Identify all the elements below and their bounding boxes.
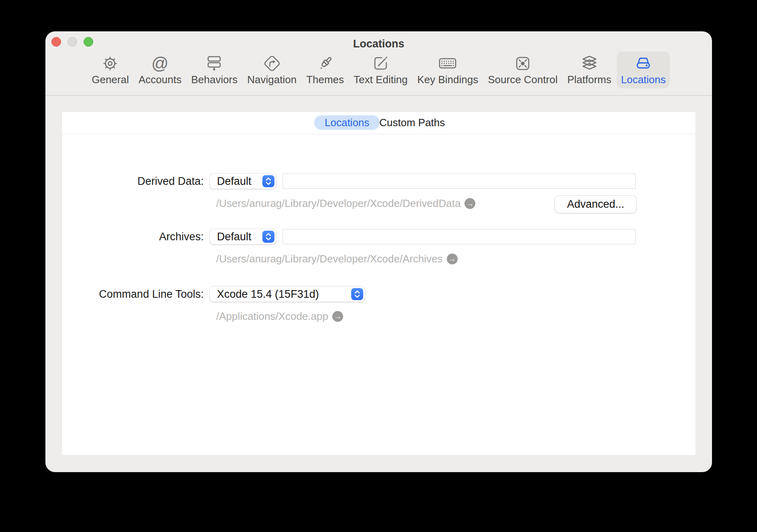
tab-label: Behaviors — [191, 74, 238, 86]
segment-locations[interactable]: Locations — [314, 115, 380, 130]
derived-data-path: /Users/anurag/Library/Developer/Xcode/De… — [216, 197, 460, 210]
tab-label: Navigation — [247, 74, 297, 86]
tab-behaviors[interactable]: Behaviors — [187, 51, 242, 88]
tab-label: Text Editing — [354, 74, 407, 86]
tab-source-control[interactable]: Source Control — [484, 51, 561, 88]
segment-custom-paths[interactable]: Custom Paths — [376, 115, 448, 130]
updown-chevron-icon — [351, 288, 363, 300]
tab-navigation[interactable]: Navigation — [243, 51, 301, 88]
tab-platforms[interactable]: Platforms — [563, 51, 616, 88]
updown-chevron-icon — [262, 231, 274, 243]
archives-popup[interactable]: Default — [210, 229, 276, 244]
tab-text-editing[interactable]: Text Editing — [350, 51, 411, 88]
open-in-finder-arrow-icon[interactable]: → — [332, 311, 343, 322]
archives-path: /Users/anurag/Library/Developer/Xcode/Ar… — [216, 253, 443, 265]
behaviors-boxes-icon — [206, 54, 222, 73]
archives-field[interactable] — [282, 229, 636, 244]
tab-label: General — [92, 74, 129, 86]
command-line-tools-path: /Applications/Xcode.app — [216, 310, 328, 323]
preferences-toolbar: General @ Accounts — [45, 51, 712, 88]
open-in-finder-arrow-icon[interactable]: → — [464, 198, 475, 209]
derived-data-label: Derived Data: — [62, 174, 204, 189]
paintbrush-icon — [316, 54, 334, 73]
segmented-control: Locations Custom Paths — [62, 112, 696, 134]
window-title: Locations — [45, 38, 712, 50]
archives-path-row: /Users/anurag/Library/Developer/Xcode/Ar… — [216, 252, 458, 265]
popup-value: Default — [217, 175, 252, 188]
tab-themes[interactable]: Themes — [302, 51, 348, 88]
tab-general[interactable]: General — [88, 51, 133, 88]
tab-accounts[interactable]: @ Accounts — [135, 51, 186, 88]
navigation-turn-arrow-icon — [263, 54, 281, 73]
preferences-window: Locations G — [45, 31, 712, 472]
derived-data-path-row: /Users/anurag/Library/Developer/Xcode/De… — [216, 197, 475, 210]
window-chrome: Locations G — [45, 31, 712, 96]
archives-label: Archives: — [62, 229, 204, 244]
settings-panel: Locations Custom Paths Derived Data: Def… — [61, 111, 696, 456]
tab-locations[interactable]: Locations — [617, 51, 669, 88]
command-line-tools-path-row: /Applications/Xcode.app → — [216, 310, 343, 323]
derived-data-popup[interactable]: Default — [210, 174, 276, 189]
tab-key-bindings[interactable]: Key Bindings — [413, 51, 482, 88]
layers-icon — [580, 54, 599, 73]
source-control-icon — [514, 54, 532, 73]
externaldrive-icon — [634, 54, 653, 73]
square-pencil-icon — [372, 54, 389, 73]
command-line-tools-popup[interactable]: Xcode 15.4 (15F31d) — [210, 286, 365, 302]
advanced-button[interactable]: Advanced... — [555, 196, 636, 213]
gear-icon — [101, 54, 119, 73]
open-in-finder-arrow-icon[interactable]: → — [447, 254, 458, 264]
tab-label: Source Control — [488, 74, 557, 86]
popup-value: Xcode 15.4 (15F31d) — [217, 288, 319, 301]
at-icon: @ — [151, 54, 169, 73]
popup-value: Default — [217, 231, 252, 243]
derived-data-field[interactable] — [282, 174, 636, 189]
tab-label: Platforms — [567, 74, 612, 86]
tab-label: Key Bindings — [417, 74, 478, 86]
tab-label: Locations — [621, 74, 665, 86]
tab-label: Accounts — [139, 74, 182, 86]
keyboard-icon — [438, 54, 457, 73]
tab-label: Themes — [306, 74, 344, 86]
updown-chevron-icon — [262, 175, 274, 187]
command-line-tools-label: Command Line Tools: — [62, 286, 204, 302]
